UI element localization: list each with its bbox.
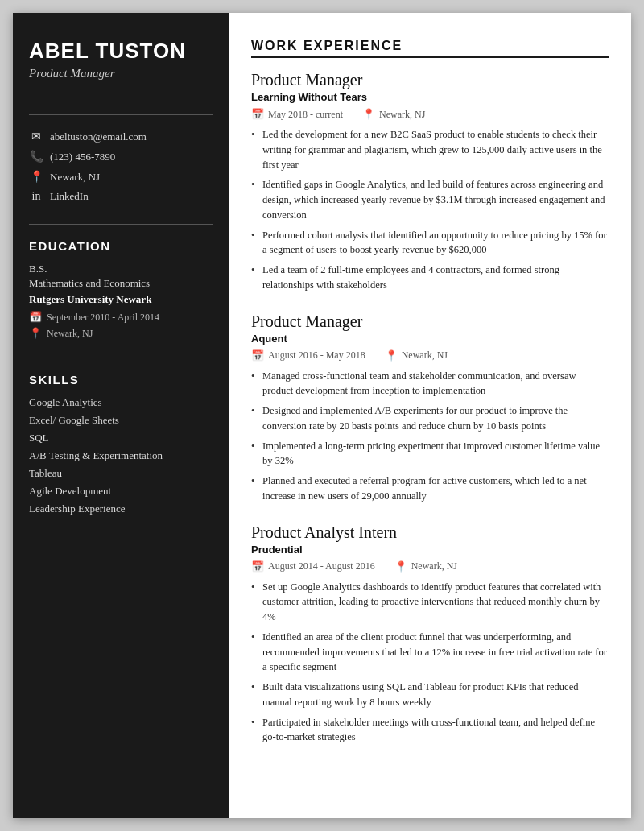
bullet-item: Identified an area of the client product… [251, 630, 609, 675]
job-block: Product ManagerLearning Without Tears📅Ma… [251, 71, 609, 293]
job-dates: 📅May 2018 - current [251, 108, 343, 121]
bullet-item: Designed and implemented A/B experiments… [251, 403, 609, 434]
job-company: Prudential [251, 544, 609, 556]
edu-location: 📍 Newark, NJ [29, 327, 213, 340]
bullet-list: Set up Google Analytics dashboards to id… [251, 580, 609, 746]
job-dates-text: August 2014 - August 2016 [268, 560, 375, 573]
contact-email: ✉ abeltuston@email.com [29, 130, 213, 143]
bullet-item: Performed cohort analysis that identifie… [251, 228, 609, 258]
job-company: Aquent [251, 333, 609, 345]
calendar-icon: 📅 [29, 311, 42, 324]
bullet-item: Implemented a long-term pricing experime… [251, 439, 609, 469]
skill-item: Excel/ Google Sheets [29, 414, 213, 427]
bullet-item: Set up Google Analytics dashboards to id… [251, 580, 609, 625]
job-location-text: Newark, NJ [379, 109, 425, 121]
skill-item: A/B Testing & Experimentation [29, 449, 213, 462]
skill-item: Tableau [29, 467, 213, 480]
divider-skills [29, 358, 213, 358]
edu-school: Rutgers University Newark [29, 293, 213, 306]
job-location-text: Newark, NJ [411, 560, 457, 573]
linkedin-icon: in [29, 190, 43, 203]
location-job-icon: 📍 [362, 108, 375, 121]
job-company: Learning Without Tears [251, 91, 609, 103]
job-dates: 📅August 2016 - May 2018 [251, 349, 365, 362]
work-experience-heading: WORK EXPERIENCE [251, 39, 609, 58]
email-icon: ✉ [29, 130, 43, 143]
bullet-list: Led the development for a new B2C SaaS p… [251, 127, 609, 293]
skill-item: Google Analytics [29, 396, 213, 409]
contact-linkedin[interactable]: in LinkedIn [29, 190, 213, 203]
contact-phone: 📞 (123) 456-7890 [29, 150, 213, 163]
job-meta: 📅May 2018 - current📍Newark, NJ [251, 108, 609, 121]
skill-item: SQL [29, 432, 213, 444]
job-meta: 📅August 2016 - May 2018📍Newark, NJ [251, 349, 609, 362]
bullet-item: Led a team of 2 full-time employees and … [251, 263, 609, 293]
calendar-icon: 📅 [251, 108, 264, 121]
location-icon: 📍 [29, 170, 43, 184]
main-content: WORK EXPERIENCE Product ManagerLearning … [229, 13, 631, 818]
calendar-icon: 📅 [251, 349, 264, 362]
jobs-list: Product ManagerLearning Without Tears📅Ma… [251, 71, 609, 745]
job-title: Product Manager [251, 71, 609, 89]
job-meta: 📅August 2014 - August 2016📍Newark, NJ [251, 560, 609, 573]
edu-dates: 📅 September 2010 - April 2014 [29, 311, 213, 324]
skills-list: Google AnalyticsExcel/ Google SheetsSQLA… [29, 396, 213, 520]
job-title: Product Manager [251, 312, 609, 331]
education-heading: EDUCATION [29, 239, 213, 253]
job-location: 📍Newark, NJ [394, 560, 457, 573]
sidebar: ABEL TUSTON Product Manager ✉ abeltuston… [13, 13, 229, 818]
bullet-item: Identified gaps in Google Analytics, and… [251, 177, 609, 222]
location-edu-icon: 📍 [29, 327, 42, 340]
job-location-text: Newark, NJ [402, 349, 448, 362]
bullet-item: Managed cross-functional team and stakeh… [251, 369, 609, 399]
location-job-icon: 📍 [394, 560, 407, 573]
bullet-item: Built data visualizations using SQL and … [251, 680, 609, 710]
job-dates: 📅August 2014 - August 2016 [251, 560, 375, 573]
job-block: Product ManagerAquent📅August 2016 - May … [251, 312, 609, 504]
edu-field: Mathematics and Economics [29, 277, 213, 290]
skill-item: Agile Development [29, 485, 213, 498]
skills-heading: SKILLS [29, 373, 213, 387]
calendar-icon: 📅 [251, 560, 264, 573]
job-title: Product Analyst Intern [251, 523, 609, 542]
job-location: 📍Newark, NJ [362, 108, 425, 121]
job-dates-text: May 2018 - current [268, 109, 343, 121]
candidate-name: ABEL TUSTON [29, 39, 213, 64]
contact-location: 📍 Newark, NJ [29, 170, 213, 184]
candidate-title: Product Manager [29, 67, 213, 81]
bullet-item: Led the development for a new B2C SaaS p… [251, 127, 609, 172]
job-block: Product Analyst InternPrudential📅August … [251, 523, 609, 746]
divider-contact [29, 114, 213, 115]
bullet-item: Participated in stakeholder meetings wit… [251, 715, 609, 746]
job-location: 📍Newark, NJ [385, 349, 448, 362]
edu-degree: B.S. [29, 263, 213, 275]
job-dates-text: August 2016 - May 2018 [268, 349, 365, 362]
resume-container: ABEL TUSTON Product Manager ✉ abeltuston… [13, 13, 631, 818]
location-job-icon: 📍 [385, 349, 398, 362]
skill-item: Leadership Experience [29, 502, 213, 515]
bullet-item: Planned and executed a referral program … [251, 473, 609, 504]
divider-education [29, 224, 213, 225]
bullet-list: Managed cross-functional team and stakeh… [251, 369, 609, 504]
phone-icon: 📞 [29, 150, 43, 163]
